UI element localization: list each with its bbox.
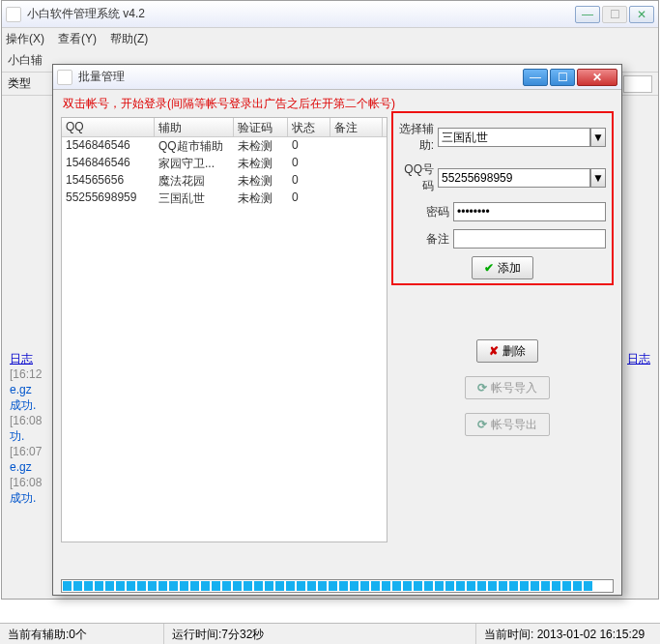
app-title: 小白软件管理系统 v4.2 [27, 6, 575, 22]
dialog-close-button[interactable]: ✕ [577, 69, 617, 86]
cell-stat: 0 [288, 172, 330, 190]
dialog-titlebar[interactable]: 批量管理 — ☐ ✕ [53, 65, 621, 90]
menu-view[interactable]: 查看(Y) [58, 31, 97, 47]
aux-select-input[interactable] [438, 128, 590, 147]
cell-qq: 154565656 [62, 172, 155, 190]
col-qq[interactable]: QQ [62, 118, 155, 136]
log-header[interactable]: 日志 [10, 351, 33, 366]
status-bar: 当前有辅助:0个 运行时间:7分32秒 当前时间: 2013-01-02 16:… [0, 623, 660, 644]
cell-note [330, 155, 383, 172]
export-button[interactable]: ⟳ 帐号导出 [465, 413, 550, 436]
menu-help[interactable]: 帮助(Z) [110, 31, 148, 47]
chevron-down-icon[interactable]: ▼ [590, 128, 606, 147]
cell-aux: 家园守卫... [155, 155, 234, 172]
export-button-label: 帐号导出 [491, 417, 537, 433]
cell-stat: 0 [288, 155, 330, 172]
aux-label: 选择辅助: [399, 121, 434, 154]
qq-input[interactable] [438, 168, 590, 188]
col-note[interactable]: 备注 [330, 118, 383, 136]
check-icon: ✔ [484, 261, 494, 275]
cell-stat: 0 [288, 137, 330, 155]
table-row[interactable]: 55255698959三国乱世未检测0 [62, 190, 387, 207]
delete-button[interactable]: ✘ 删除 [476, 339, 538, 363]
dialog-icon [57, 70, 72, 85]
add-button-label: 添加 [498, 260, 521, 277]
x-icon: ✘ [489, 344, 499, 358]
cell-aux: QQ超市辅助 [155, 137, 234, 155]
table-header: QQ 辅助 验证码 状态 备注 [62, 118, 387, 137]
cell-ver: 未检测 [234, 137, 288, 155]
chevron-down-icon[interactable]: ▼ [590, 168, 606, 188]
cell-ver: 未检测 [234, 172, 288, 190]
cell-aux: 三国乱世 [155, 190, 234, 207]
import-button[interactable]: ⟳ 帐号导入 [465, 376, 550, 399]
qq-select[interactable]: ▼ [438, 168, 606, 188]
filter-label: 类型 [8, 75, 31, 92]
filter-box[interactable] [623, 75, 652, 93]
hint-text: 双击帐号，开始登录(间隔等帐号登录出广告之后在开第二个帐号) [61, 96, 614, 112]
log-header-right[interactable]: 日志 [627, 351, 650, 366]
add-account-form: 选择辅助: ▼ QQ号码 ▼ 密码 备注 [391, 111, 614, 285]
col-verify[interactable]: 验证码 [234, 118, 288, 136]
dialog-title: 批量管理 [78, 69, 523, 85]
cell-ver: 未检测 [234, 190, 288, 207]
col-aux[interactable]: 辅助 [155, 118, 234, 136]
note-input[interactable] [453, 229, 606, 249]
password-input[interactable] [453, 202, 606, 221]
cell-qq: 1546846546 [62, 137, 155, 155]
password-label: 密码 [399, 204, 449, 220]
menu-operate[interactable]: 操作(X) [6, 31, 44, 47]
aux-select[interactable]: ▼ [438, 128, 606, 147]
status-left: 当前有辅助:0个 [0, 624, 164, 644]
cell-note [330, 190, 383, 207]
side-buttons: ✘ 删除 ⟳ 帐号导入 ⟳ 帐号导出 [401, 301, 614, 436]
cell-ver: 未检测 [234, 155, 288, 172]
close-button[interactable]: ✕ [629, 6, 654, 23]
cell-aux: 魔法花园 [155, 172, 234, 190]
col-status[interactable]: 状态 [288, 118, 330, 136]
batch-dialog: 批量管理 — ☐ ✕ 双击帐号，开始登录(间隔等帐号登录出广告之后在开第二个帐号… [52, 64, 622, 596]
status-right: 当前时间: 2013-01-02 16:15:29 [476, 624, 660, 644]
cell-qq: 55255698959 [62, 190, 155, 207]
dialog-maximize-button[interactable]: ☐ [550, 69, 575, 86]
status-mid: 运行时间:7分32秒 [164, 624, 476, 644]
account-table[interactable]: QQ 辅助 验证码 状态 备注 1546846546QQ超市辅助未检测01546… [61, 117, 387, 542]
cell-note [330, 172, 383, 190]
dialog-minimize-button[interactable]: — [523, 69, 548, 86]
import-button-label: 帐号导入 [491, 380, 537, 396]
main-titlebar[interactable]: 小白软件管理系统 v4.2 — ☐ ✕ [2, 1, 658, 28]
menubar: 操作(X) 查看(Y) 帮助(Z) [2, 28, 658, 49]
note-label: 备注 [399, 231, 449, 248]
cell-stat: 0 [288, 190, 330, 207]
toolbar-label: 小白辅 [8, 52, 43, 69]
refresh-icon: ⟳ [477, 418, 487, 431]
minimize-button[interactable]: — [575, 6, 600, 23]
cell-qq: 1546846546 [62, 155, 155, 172]
table-row[interactable]: 1546846546家园守卫...未检测0 [62, 155, 387, 172]
delete-button-label: 删除 [502, 343, 526, 360]
cell-note [330, 137, 383, 155]
app-icon [6, 7, 21, 22]
add-button[interactable]: ✔ 添加 [472, 256, 533, 279]
qq-label: QQ号码 [399, 161, 434, 194]
table-row[interactable]: 1546846546QQ超市辅助未检测0 [62, 137, 387, 155]
table-row[interactable]: 154565656魔法花园未检测0 [62, 172, 387, 190]
refresh-icon: ⟳ [477, 381, 487, 395]
progress-bar [61, 579, 614, 593]
maximize-button: ☐ [602, 6, 627, 23]
